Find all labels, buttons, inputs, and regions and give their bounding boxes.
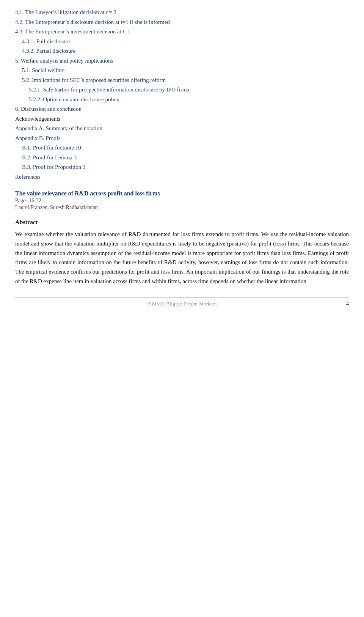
toc-link-4-3[interactable]: 4.3. The Entrepreneur’s investment decis… [15,28,130,35]
toc-link-5-2[interactable]: 5.2. Implications for SEC’s proposed sec… [22,77,166,83]
toc-item-5-2-1: 5.2.1. Safe harbor for prospective infor… [15,85,349,95]
toc-item-4-2: 4.2. The Entrepreneur’s disclosure decis… [15,17,349,27]
article-pages: Pages 16-32 [15,198,349,204]
toc-item-4-3-1: 4.3.1. Full disclosure [15,37,349,47]
article-authors: Laurel Franzen, Suresh Radhakrishnan [15,205,349,211]
toc-item-appendix-b: Appendix B. Proofs [15,134,349,143]
toc-link-5[interactable]: 5. Welfare analysis and policy implicati… [15,58,113,64]
toc-item-references: References [15,172,349,182]
article-authors-text: Laurel Franzen, Suresh Radhakrishnan [15,205,98,210]
toc-label-acknowledgements: Acknowledgements [15,116,60,122]
toc-item-5: 5. Welfare analysis and policy implicati… [15,56,349,66]
toc-item-5-1: 5.1. Social welfare [15,66,349,76]
toc-link-6[interactable]: 6. Discussion and conclusion [15,106,82,112]
toc-item-acknowledgements: Acknowledgements [15,114,349,124]
toc-link-4-3-2[interactable]: 4.3.2. Partial disclosure [22,48,75,54]
toc-item-4-3-2: 4.3.2. Partial disclosure [15,46,349,56]
toc-link-appendix-a[interactable]: Appendix A. Summary of the notation [15,125,102,131]
toc-link-b-2[interactable]: B.2. Proof for Lemma 3 [22,154,77,161]
toc-container: 4.1. The Lawyer’s litigation decision at… [15,8,349,182]
toc-item-appendix-a: Appendix A. Summary of the notation [15,124,349,134]
toc-link-appendix-b[interactable]: Appendix B. Proofs [15,135,61,141]
toc-item-5-2-2: 5.2.2. Optimal ex ante disclosure policy [15,95,349,105]
toc-item-5-2: 5.2. Implications for SEC’s proposed sec… [15,76,349,85]
toc-item-b-2: B.2. Proof for Lemma 3 [15,153,349,163]
toc-item-6: 6. Discussion and conclusion [15,104,349,114]
footer-bar: İSMMO Bilgiye Erişim Merkezi 4 [15,297,349,307]
toc-link-4-3-1[interactable]: 4.3.1. Full disclosure [22,38,70,44]
toc-link-b-1[interactable]: B.1. Proof for footnote 10 [22,145,81,151]
toc-link-5-2-2[interactable]: 5.2.2. Optimal ex ante disclosure policy [29,96,119,102]
abstract-heading: Abstract [15,219,349,226]
article-pages-text: Pages 16-32 [15,198,41,203]
article-title-link[interactable]: The value relevance of R&D across profit… [15,190,160,197]
toc-item-4-3: 4.3. The Entrepreneur’s investment decis… [15,27,349,37]
toc-link-4-1[interactable]: 4.1. The Lawyer’s litigation decision at… [15,9,116,15]
toc-item-b-3: B.3. Proof for Proposition 3 [15,162,349,172]
toc-link-5-2-1[interactable]: 5.2.1. Safe harbor for prospective infor… [29,87,189,93]
article-title-container: The value relevance of R&D across profit… [15,190,349,197]
abstract-body: We examine whether the valuation relevan… [15,230,349,286]
page-number: 4 [346,301,349,307]
toc-link-b-3[interactable]: B.3. Proof for Proposition 3 [22,164,86,170]
article-title: The value relevance of R&D across profit… [15,190,160,197]
toc-item-b-1: B.1. Proof for footnote 10 [15,143,349,153]
article-section: The value relevance of R&D across profit… [15,190,349,286]
toc-link-references[interactable]: References [15,174,41,180]
abstract-text: We examine whether the valuation relevan… [15,231,349,284]
toc-item-4-1: 4.1. The Lawyer’s litigation decision at… [15,8,349,17]
toc-link-5-1[interactable]: 5.1. Social welfare [22,67,64,73]
toc-link-4-2[interactable]: 4.2. The Entrepreneur’s disclosure decis… [15,19,170,25]
footer-text: İSMMO Bilgiye Erişim Merkezi [147,301,217,307]
